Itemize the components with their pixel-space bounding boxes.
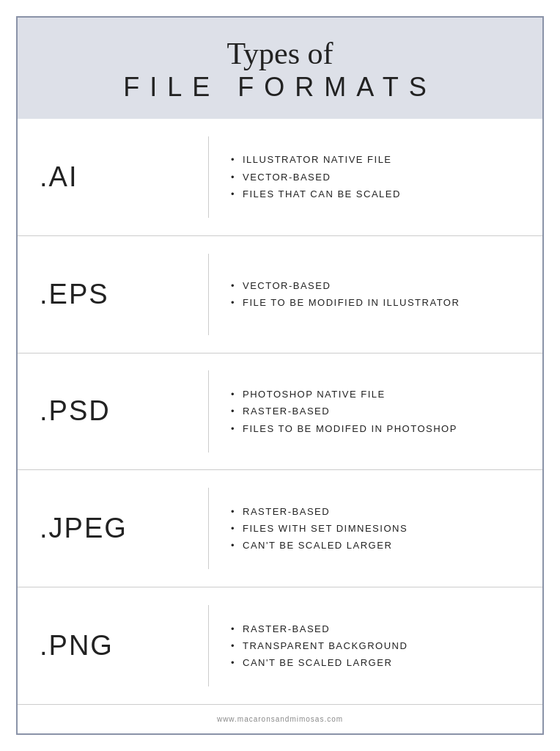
format-detail-item: CAN'T BE SCALED LARGER (231, 537, 520, 554)
vertical-divider (208, 488, 209, 569)
format-row-psd: .PSDPHOTOSHOP NATIVE FILERASTER-BASEDFIL… (18, 353, 542, 471)
footer-suffix: .com (324, 715, 343, 723)
format-detail-item: VECTOR-BASED (231, 277, 520, 294)
format-details-psd: PHOTOSHOP NATIVE FILERASTER-BASEDFILES T… (231, 386, 520, 437)
format-name-jpeg: .JPEG (40, 513, 186, 544)
format-details-jpeg: RASTER-BASEDFILES WITH SET DIMNESIONSCAN… (231, 503, 520, 554)
format-name-ai: .AI (40, 161, 186, 193)
format-detail-item: TRANSPARENT BACKGROUND (231, 637, 520, 654)
format-detail-item: PHOTOSHOP NATIVE FILE (231, 386, 520, 403)
footer-url: WWW.MACARONSANDMIMOSAS (217, 715, 325, 723)
format-row-jpeg: .JPEGRASTER-BASEDFILES WITH SET DIMNESIO… (18, 470, 542, 587)
format-detail-item: RASTER-BASED (231, 503, 520, 520)
format-detail-item: FILES THAT CAN BE SCALED (231, 186, 520, 202)
format-detail-item: RASTER-BASED (231, 403, 520, 420)
content-area: .AIILLUSTRATOR NATIVE FILEVECTOR-BASEDFI… (18, 119, 542, 704)
footer-text: WWW.MACARONSANDMIMOSAS.com (28, 715, 532, 723)
format-name-psd: .PSD (40, 395, 186, 427)
vertical-divider (208, 605, 209, 686)
format-detail-item: FILES TO BE MODIFED IN PHOTOSHOP (231, 420, 520, 437)
format-detail-item: FILE TO BE MODIFIED IN ILLUSTRATOR (231, 294, 520, 311)
format-row-ai: .AIILLUSTRATOR NATIVE FILEVECTOR-BASEDFI… (18, 119, 542, 236)
header: Types of FILE FORMATS (18, 18, 542, 119)
format-detail-item: FILES WITH SET DIMNESIONS (231, 520, 520, 537)
format-detail-item: VECTOR-BASED (231, 169, 520, 186)
format-detail-item: ILLUSTRATOR NATIVE FILE (231, 151, 520, 168)
header-script: Types of (32, 38, 528, 69)
footer: WWW.MACARONSANDMIMOSAS.com (18, 704, 542, 733)
format-detail-item: RASTER-BASED (231, 620, 520, 637)
main-card: Types of FILE FORMATS .AIILLUSTRATOR NAT… (16, 16, 544, 735)
format-details-png: RASTER-BASEDTRANSPARENT BACKGROUNDCAN'T … (231, 620, 520, 672)
format-details-eps: VECTOR-BASEDFILE TO BE MODIFIED IN ILLUS… (231, 277, 520, 312)
format-detail-item: CAN'T BE SCALED LARGER (231, 654, 520, 671)
format-row-eps: .EPSVECTOR-BASEDFILE TO BE MODIFIED IN I… (18, 236, 542, 353)
format-details-ai: ILLUSTRATOR NATIVE FILEVECTOR-BASEDFILES… (231, 151, 520, 202)
header-main: FILE FORMATS (32, 72, 528, 103)
vertical-divider (208, 254, 209, 335)
format-name-png: .PNG (40, 630, 186, 662)
vertical-divider (208, 136, 209, 218)
format-row-png: .PNGRASTER-BASEDTRANSPARENT BACKGROUNDCA… (18, 587, 542, 704)
format-name-eps: .EPS (40, 279, 186, 310)
vertical-divider (208, 370, 209, 452)
